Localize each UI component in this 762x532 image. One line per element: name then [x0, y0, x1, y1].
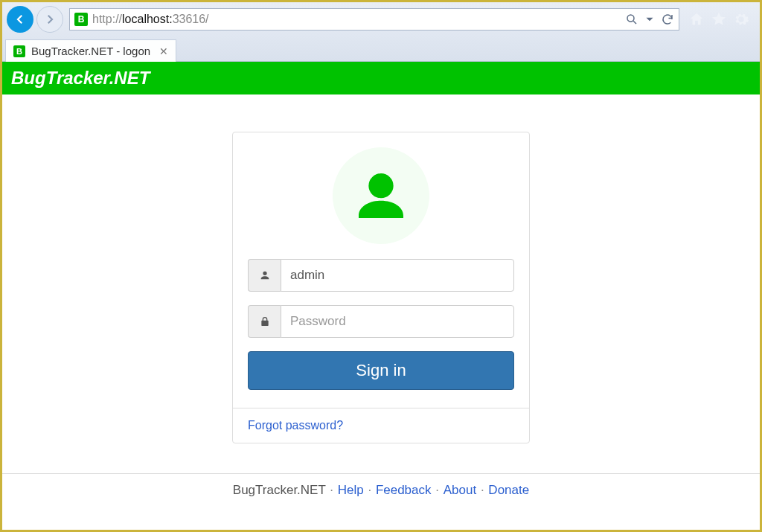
dropdown-icon[interactable] — [643, 13, 656, 26]
svg-point-0 — [627, 15, 634, 22]
browser-toolbar: B http://localhost:33616/ — [2, 2, 760, 36]
address-bar[interactable]: B http://localhost:33616/ — [69, 8, 679, 31]
site-favicon-icon: B — [74, 13, 88, 26]
url-path: 33616/ — [173, 13, 209, 25]
username-group — [248, 259, 514, 292]
login-panel: Sign in Forgot password? — [232, 132, 530, 443]
tab-close-icon[interactable]: ✕ — [159, 45, 168, 57]
password-input[interactable] — [281, 305, 514, 338]
tab-title: BugTracker.NET - logon — [31, 45, 153, 57]
browser-chrome: B http://localhost:33616/ — [2, 2, 760, 62]
forward-button[interactable] — [36, 6, 63, 33]
login-panel-footer: Forgot password? — [233, 408, 529, 443]
page-viewport: BugTracker.NET — [2, 62, 760, 530]
avatar-wrap — [248, 147, 514, 244]
search-icon[interactable] — [625, 13, 638, 26]
main-content: Sign in Forgot password? — [2, 94, 760, 443]
url-host: localhost: — [122, 13, 173, 25]
brand-bar: BugTracker.NET — [2, 62, 760, 94]
footer-about-link[interactable]: About — [444, 483, 476, 497]
avatar-icon — [333, 147, 429, 244]
favorites-icon[interactable] — [711, 11, 727, 28]
url-scheme: http:// — [92, 13, 122, 25]
settings-gear-icon[interactable] — [733, 11, 749, 28]
tab-strip: B BugTracker.NET - logon ✕ — [2, 36, 760, 62]
forgot-password-link[interactable]: Forgot password? — [248, 419, 343, 432]
refresh-icon[interactable] — [661, 13, 674, 26]
lock-icon — [248, 305, 281, 338]
password-group — [248, 305, 514, 338]
url-text: http://localhost:33616/ — [92, 13, 621, 26]
footer-help-link[interactable]: Help — [338, 483, 364, 497]
footer-feedback-link[interactable]: Feedback — [376, 483, 432, 497]
user-icon — [248, 259, 281, 292]
back-button[interactable] — [7, 6, 33, 33]
signin-button[interactable]: Sign in — [248, 351, 514, 390]
login-panel-body: Sign in — [233, 132, 529, 408]
page-footer: BugTracker.NET · Help · Feedback · About… — [2, 473, 760, 507]
brand-title: BugTracker.NET — [11, 68, 751, 89]
home-icon[interactable] — [688, 11, 705, 28]
chrome-right-icons — [682, 11, 755, 28]
username-input[interactable] — [281, 259, 514, 292]
tab-favicon-icon: B — [13, 45, 25, 57]
footer-product: BugTracker.NET — [233, 483, 326, 497]
browser-tab[interactable]: B BugTracker.NET - logon ✕ — [5, 39, 176, 62]
footer-donate-link[interactable]: Donate — [488, 483, 529, 497]
